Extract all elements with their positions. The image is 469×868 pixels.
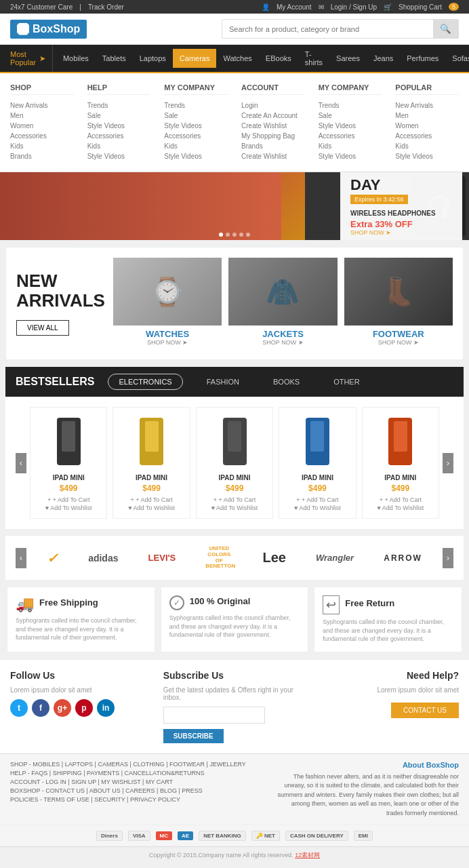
nav-watches[interactable]: Watches bbox=[216, 49, 258, 68]
add-cart-2[interactable]: + Add To Cart bbox=[120, 496, 182, 503]
track-order-link[interactable]: Track Order bbox=[88, 3, 124, 11]
add-cart-4[interactable]: + Add To Cart bbox=[286, 496, 348, 503]
mega-link[interactable]: Style Videos bbox=[164, 151, 228, 161]
add-cart-3[interactable]: + Add To Cart bbox=[203, 496, 266, 503]
mega-link[interactable]: Accessories bbox=[164, 131, 228, 141]
jackets-shop-now[interactable]: SHOP NOW ➤ bbox=[228, 339, 337, 346]
nav-cameras[interactable]: Cameras bbox=[173, 49, 217, 68]
login-signup-link[interactable]: Login / Sign Up bbox=[331, 3, 377, 11]
nav-sarees[interactable]: Sarees bbox=[329, 49, 367, 68]
mega-link[interactable]: Create Wishlist bbox=[241, 151, 305, 161]
add-wishlist-5[interactable]: Add To Wishlist bbox=[369, 505, 432, 511]
view-all-button[interactable]: VIEW ALL bbox=[16, 320, 69, 336]
hero-shop-now[interactable]: SHOP NOW ➤ bbox=[350, 229, 452, 236]
mega-link[interactable]: Men bbox=[10, 111, 74, 121]
add-wishlist-1[interactable]: Add To Wishlist bbox=[37, 505, 100, 511]
mega-link[interactable]: Brands bbox=[241, 141, 305, 151]
tab-books[interactable]: BOOKS bbox=[263, 374, 310, 389]
brand-arrow[interactable]: ARROW bbox=[377, 550, 429, 566]
nav-perfumes[interactable]: Perfumes bbox=[400, 49, 445, 68]
twitter-icon[interactable]: t bbox=[10, 699, 28, 717]
linkedin-icon[interactable]: in bbox=[97, 699, 115, 717]
mega-link[interactable]: Women bbox=[395, 121, 459, 131]
mega-link[interactable]: Style Videos bbox=[87, 151, 151, 161]
mega-link[interactable]: Login bbox=[241, 100, 305, 111]
subscribe-button[interactable]: SUBSCRIBE bbox=[163, 729, 224, 743]
mega-link[interactable]: Trends bbox=[164, 100, 228, 111]
hero-dot-5[interactable] bbox=[246, 233, 250, 237]
mega-link[interactable]: Sale bbox=[87, 111, 151, 121]
add-cart-1[interactable]: + Add To Cart bbox=[37, 496, 100, 503]
customer-care-link[interactable]: 24x7 Customer Care bbox=[10, 3, 73, 11]
brands-next-button[interactable]: › bbox=[443, 548, 453, 568]
mega-link[interactable]: My Shopping Bag bbox=[241, 131, 305, 141]
hero-dot-3[interactable] bbox=[232, 233, 237, 237]
contact-us-button[interactable]: CONTACT US bbox=[391, 703, 459, 718]
mega-link[interactable]: Accessories bbox=[395, 131, 459, 141]
mega-link[interactable]: Trends bbox=[87, 100, 151, 111]
mega-link[interactable]: Kids bbox=[87, 141, 151, 151]
mega-link[interactable]: Accessories bbox=[319, 131, 382, 141]
facebook-icon[interactable]: f bbox=[32, 699, 49, 717]
mega-link[interactable]: Kids bbox=[395, 141, 459, 151]
tab-electronics[interactable]: ELECTRONICS bbox=[108, 374, 182, 390]
mega-link[interactable]: Kids bbox=[164, 141, 228, 151]
nav-jeans[interactable]: Jeans bbox=[367, 49, 400, 68]
brand-nike[interactable]: ✓ bbox=[40, 547, 65, 570]
hero-dot-2[interactable] bbox=[226, 233, 230, 237]
search-button[interactable]: 🔍 bbox=[433, 20, 458, 38]
mega-link[interactable]: Trends bbox=[319, 100, 382, 111]
nav-mobiles[interactable]: Mobiles bbox=[56, 49, 96, 68]
mega-link[interactable]: Sale bbox=[164, 111, 228, 121]
mega-link[interactable]: Create An Account bbox=[241, 111, 305, 121]
mega-link[interactable]: Create Wishlist bbox=[241, 121, 305, 131]
carousel-prev-button[interactable]: ‹ bbox=[16, 453, 26, 473]
mega-link[interactable]: Style Videos bbox=[319, 121, 382, 131]
nav-tablets[interactable]: Tablets bbox=[96, 49, 133, 68]
logo[interactable]: BoxShop bbox=[10, 20, 87, 39]
pinterest-icon[interactable]: p bbox=[75, 699, 93, 717]
gplus-icon[interactable]: g+ bbox=[54, 699, 71, 717]
mega-link[interactable]: New Arrivals bbox=[10, 100, 74, 111]
search-input[interactable] bbox=[222, 21, 433, 37]
brand-adidas[interactable]: adidas bbox=[81, 549, 125, 567]
add-cart-5[interactable]: + Add To Cart bbox=[369, 496, 432, 503]
footwear-shop-now[interactable]: SHOP NOW ➤ bbox=[344, 339, 453, 346]
watches-shop-now[interactable]: SHOP NOW ➤ bbox=[113, 339, 222, 346]
mega-link[interactable]: Brands bbox=[10, 151, 74, 161]
tab-fashion[interactable]: FASHION bbox=[197, 374, 249, 389]
mega-link[interactable]: Sale bbox=[319, 111, 382, 121]
mega-link[interactable]: New Arrivals bbox=[395, 100, 459, 111]
add-wishlist-4[interactable]: Add To Wishlist bbox=[286, 505, 348, 511]
mega-link[interactable]: Women bbox=[10, 121, 74, 131]
brand-wrangler[interactable]: Wrangler bbox=[309, 549, 361, 566]
nav-laptops[interactable]: Laptops bbox=[133, 49, 173, 68]
brands-prev-button[interactable]: ‹ bbox=[16, 548, 26, 568]
hero-dot-4[interactable] bbox=[239, 233, 243, 237]
mega-link[interactable]: Men bbox=[395, 111, 459, 121]
mega-link[interactable]: Accessories bbox=[87, 131, 151, 141]
mega-link[interactable]: Kids bbox=[319, 141, 382, 151]
nav-tshirts[interactable]: T-shirts bbox=[298, 45, 329, 72]
tab-other[interactable]: OTHER bbox=[323, 374, 370, 389]
subscribe-input[interactable] bbox=[163, 707, 265, 724]
hero-dot-1[interactable] bbox=[219, 233, 223, 237]
brand-lee[interactable]: Lee bbox=[256, 547, 292, 569]
mega-heading-shop: SHOP bbox=[10, 83, 74, 95]
carousel-next-button[interactable]: › bbox=[443, 453, 453, 473]
brand-ucb[interactable]: UNITED COLORS OF BENETTON bbox=[199, 542, 239, 573]
add-wishlist-3[interactable]: Add To Wishlist bbox=[203, 505, 266, 511]
mega-link[interactable]: Style Videos bbox=[164, 121, 228, 131]
mega-link[interactable]: Style Videos bbox=[319, 151, 382, 161]
mega-link[interactable]: Style Videos bbox=[395, 151, 459, 161]
mega-link[interactable]: Kids bbox=[10, 141, 74, 151]
nav-sofas[interactable]: Sofas bbox=[445, 49, 469, 68]
add-wishlist-2[interactable]: Add To Wishlist bbox=[120, 505, 182, 511]
nav-ebooks[interactable]: EBooks bbox=[259, 49, 298, 68]
copyright-link[interactable]: 12素材网 bbox=[295, 852, 320, 859]
brand-levis[interactable]: LEVI'S bbox=[142, 549, 183, 566]
shopping-cart-link[interactable]: Shopping Cart bbox=[399, 3, 442, 11]
mega-link[interactable]: Style Videos bbox=[87, 121, 151, 131]
my-account-link[interactable]: My Account bbox=[277, 3, 312, 11]
mega-link[interactable]: Accessories bbox=[10, 131, 74, 141]
